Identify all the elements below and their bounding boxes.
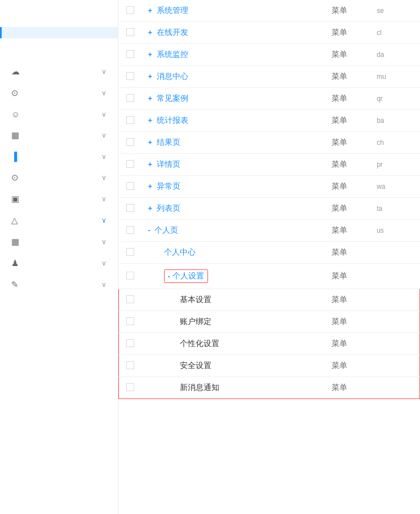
expand-button[interactable]: + <box>148 94 154 103</box>
row-checkbox[interactable] <box>126 317 134 325</box>
name-cell[interactable]: + 异常页 <box>142 176 325 198</box>
row-checkbox[interactable] <box>126 226 134 234</box>
row-checkbox[interactable] <box>126 160 134 168</box>
name-cell[interactable]: + 统计报表 <box>142 110 325 132</box>
row-checkbox[interactable] <box>126 50 134 58</box>
expand-button[interactable]: + <box>148 72 154 81</box>
cloud-icon: ☁ <box>11 67 20 77</box>
code-cell: pr <box>370 154 419 176</box>
name-cell[interactable]: + 详情页 <box>142 154 325 176</box>
row-checkbox[interactable] <box>126 182 134 190</box>
checkbox-cell <box>119 311 142 333</box>
type-cell: 菜单 <box>325 22 370 44</box>
collapse-button[interactable]: - <box>168 272 170 281</box>
name-cell[interactable]: - 个人设置 <box>142 264 325 289</box>
sidebar-item-detail-page[interactable]: ▣ ∨ <box>0 188 118 210</box>
name-cell[interactable]: 个人中心 <box>142 242 325 264</box>
sidebar-item-sys-monitor[interactable]: ⊙ ∨ <box>0 82 118 104</box>
table-row: 安全设置菜单 <box>119 355 420 377</box>
row-checkbox[interactable] <box>126 72 134 80</box>
type-cell: 菜单 <box>325 0 370 22</box>
checkbox-cell <box>119 154 142 176</box>
row-checkbox[interactable] <box>126 116 134 124</box>
name-cell[interactable]: + 列表页 <box>142 198 325 220</box>
row-checkbox[interactable] <box>126 272 134 280</box>
table-row: + 在线开发菜单cl <box>119 22 420 44</box>
sidebar-item-stat-report[interactable]: ▐ ∨ <box>0 146 118 167</box>
menu-name: 异常页 <box>157 181 180 190</box>
name-cell[interactable]: + 系统管理 <box>142 0 325 22</box>
row-checkbox[interactable] <box>126 361 134 369</box>
highlight-box: - 个人设置 <box>164 269 208 283</box>
expand-button[interactable]: + <box>148 182 154 190</box>
type-cell: 菜单 <box>325 132 370 154</box>
row-checkbox[interactable] <box>126 204 134 212</box>
sidebar-item-menu-mgmt[interactable] <box>0 27 118 38</box>
sidebar-item-role-mgmt[interactable] <box>0 16 118 27</box>
edit-icon: ✎ <box>11 280 19 290</box>
sidebar-item-list-page[interactable]: ▦ ∨ <box>0 231 118 252</box>
detail-icon: ▣ <box>11 194 19 204</box>
code-cell <box>370 264 419 289</box>
menu-name: 统计报表 <box>157 116 188 125</box>
name-cell[interactable]: 新消息通知 <box>142 377 325 399</box>
checkbox-cell <box>119 264 142 289</box>
row-checkbox[interactable] <box>126 138 134 146</box>
name-cell[interactable]: + 消息中心 <box>142 66 325 88</box>
table-row: 个人中心菜单 <box>119 242 420 264</box>
name-cell[interactable]: 个性化设置 <box>142 333 325 355</box>
row-checkbox[interactable] <box>126 339 134 347</box>
checkbox-cell <box>119 44 142 66</box>
sidebar-item-error-page[interactable]: △ ∨ <box>0 210 118 231</box>
row-checkbox[interactable] <box>126 248 134 256</box>
table-row: - 个人页菜单us <box>119 220 420 242</box>
name-cell[interactable]: 账户绑定 <box>142 311 325 333</box>
expand-button[interactable]: + <box>148 6 154 15</box>
name-cell[interactable]: + 在线开发 <box>142 22 325 44</box>
checkbox-cell <box>119 66 142 88</box>
name-cell[interactable]: 安全设置 <box>142 355 325 377</box>
row-checkbox[interactable] <box>126 295 134 303</box>
row-checkbox[interactable] <box>126 383 134 391</box>
sidebar-item-personal-page[interactable]: ♟ ∨ <box>0 252 118 274</box>
sidebar-item-my-dept[interactable] <box>0 5 118 16</box>
code-cell: mu <box>370 66 419 88</box>
collapse-button[interactable]: - <box>148 226 153 234</box>
expand-button[interactable]: + <box>148 50 154 59</box>
name-cell[interactable]: + 结果页 <box>142 132 325 154</box>
chart-icon: ▐ <box>11 152 17 161</box>
menu-name: 消息中心 <box>157 72 188 81</box>
checkbox-cell <box>119 0 142 22</box>
name-cell[interactable]: + 常见案例 <box>142 88 325 110</box>
sidebar-item-common-case[interactable]: ▦ ∨ <box>0 125 118 146</box>
row-checkbox[interactable] <box>126 28 134 36</box>
sidebar-item-online-dev[interactable]: ☁ ∨ <box>0 61 118 82</box>
sidebar-item-data-dict[interactable] <box>0 38 118 50</box>
expand-button[interactable]: + <box>148 160 154 169</box>
type-cell: 菜单 <box>325 333 370 355</box>
sidebar-item-msg-center[interactable]: ☺ ∨ <box>0 104 118 125</box>
table-row: 基本设置菜单 <box>119 289 420 311</box>
expand-button[interactable]: + <box>148 28 154 37</box>
table-row: + 详情页菜单pr <box>119 154 420 176</box>
row-checkbox[interactable] <box>126 6 134 14</box>
name-cell[interactable]: - 个人页 <box>142 220 325 242</box>
expand-button[interactable]: + <box>148 138 154 147</box>
name-cell[interactable]: 基本设置 <box>142 289 325 311</box>
expand-button[interactable]: + <box>148 116 154 125</box>
sidebar-item-sys-notice[interactable] <box>0 50 118 61</box>
menu-table: + 系统管理菜单se+ 在线开发菜单cl+ 系统监控菜单da+ 消息中心菜单mu… <box>118 0 420 399</box>
sidebar: ☁ ∨ ⊙ ∨ ☺ ∨ ▦ ∨ ▐ ∨ ⊙ ∨ ▣ ∨ △ ∨ ▦ ∨ <box>0 0 118 514</box>
checkbox-cell <box>119 355 142 377</box>
sidebar-item-form-page[interactable]: ✎ ∨ <box>0 274 118 295</box>
row-checkbox[interactable] <box>126 94 134 102</box>
code-cell: us <box>370 220 419 242</box>
code-cell: da <box>370 44 419 66</box>
expand-button[interactable]: + <box>148 204 154 212</box>
checkbox-cell <box>119 110 142 132</box>
checkbox-cell <box>119 198 142 220</box>
menu-name: 结果页 <box>157 138 180 147</box>
checkbox-cell <box>119 333 142 355</box>
sidebar-item-result-page[interactable]: ⊙ ∨ <box>0 167 118 188</box>
name-cell[interactable]: + 系统监控 <box>142 44 325 66</box>
